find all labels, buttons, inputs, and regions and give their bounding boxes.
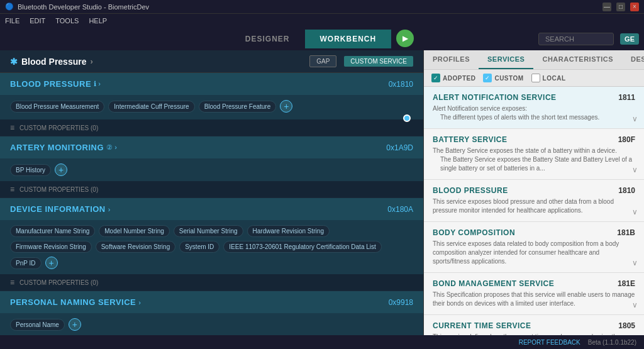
service-header-artery[interactable]: ARTERY MONITORING ② › 0x1A9D — [0, 136, 423, 158]
list-item-bond-management[interactable]: BOND MANAGEMENT SERVICE 181E This Specif… — [424, 273, 644, 315]
service-title-bp: BLOOD PRESSURE — [10, 79, 91, 89]
tag-software-rev[interactable]: Software Revision String — [96, 241, 176, 253]
service-tags-artery: BP History + — [0, 158, 423, 181]
service-hex-personal: 0x9918 — [389, 298, 413, 307]
tag-bp-measurement[interactable]: Blood Pressure Measurement — [10, 101, 104, 113]
right-panel: PROFILES SERVICES CHARACTERISTICS DESCRI… — [424, 50, 644, 335]
filter-local[interactable]: LOCAL — [531, 74, 566, 82]
service-icon-personal: › — [138, 299, 141, 306]
tag-system-id[interactable]: System ID — [179, 241, 219, 253]
svc-header-currenttime: CURRENT TIME SERVICE 1805 — [433, 321, 635, 330]
list-item-current-time[interactable]: CURRENT TIME SERVICE 1805 This service d… — [424, 315, 644, 335]
filter-label-adopted: ADOPTED — [443, 75, 475, 82]
tab-workbench[interactable]: WORKBENCH — [305, 30, 392, 48]
chevron-down-icon: ∨ — [632, 114, 638, 123]
slider-bar-bp — [0, 118, 423, 119]
report-feedback-link[interactable]: REPORT FEEDBACK — [519, 339, 580, 346]
filter-adopted[interactable]: ✓ ADOPTED — [431, 74, 475, 82]
service-tags-personal: Personal Name + — [0, 313, 423, 335]
main-layout: ✱ Blood Pressure › GAP CUSTOM SERVICE BL… — [0, 50, 644, 335]
menu-tools[interactable]: TOOLS — [55, 17, 79, 25]
service-list: ALERT NOTIFICATION SERVICE 1811 Alert No… — [424, 87, 644, 335]
tag-personal-name[interactable]: Personal Name — [10, 319, 65, 331]
slider-thumb-bp[interactable] — [403, 114, 411, 122]
svc-name-bond: BOND MANAGEMENT SERVICE — [433, 279, 554, 288]
add-tag-artery[interactable]: + — [55, 163, 67, 176]
service-header-devinfo[interactable]: DEVICE INFORMATION › 0x180A — [0, 198, 423, 220]
svc-number-bp: 1810 — [618, 186, 635, 195]
svc-desc-bp: This service exposes blood pressure and … — [433, 197, 635, 215]
svc-number-currenttime: 1805 — [618, 321, 635, 330]
tag-firmware-rev[interactable]: Firmware Revision String — [10, 241, 92, 253]
menu-help[interactable]: HELP — [89, 17, 107, 25]
svc-desc-currenttime: This service defines how the current tim… — [433, 333, 635, 335]
service-title-personal: PERSONAL NAMING SERVICE — [10, 297, 136, 307]
filter-check-adopted: ✓ — [431, 74, 440, 82]
service-hex-devinfo: 0x180A — [387, 205, 413, 214]
right-tabs: PROFILES SERVICES CHARACTERISTICS DESCRI… — [424, 50, 644, 70]
search-input[interactable]: SEARCH — [538, 33, 614, 45]
nav-tabs: DESIGNER WORKBENCH ▶ — [230, 30, 414, 48]
minimize-btn[interactable]: — — [602, 3, 611, 11]
menu-file[interactable]: FILE — [5, 17, 19, 25]
list-item-battery[interactable]: BATTERY SERVICE 180F The Battery Service… — [424, 129, 644, 180]
app-title: Bluetooth Developer Studio - BiometricDe… — [18, 3, 149, 11]
filter-custom[interactable]: ✓ CUSTOM — [483, 74, 523, 82]
service-hex-bp: 0x1810 — [389, 80, 413, 89]
custom-service-button[interactable]: CUSTOM SERVICE — [344, 56, 413, 67]
svc-name-alert: ALERT NOTIFICATION SERVICE — [433, 93, 557, 102]
gap-button[interactable]: GAP — [309, 55, 336, 67]
service-props-devinfo: ≡ CUSTOM PROPERTIES (0) — [0, 274, 423, 291]
props-icon-artery: ≡ — [10, 185, 14, 194]
close-btn[interactable]: × — [630, 3, 639, 11]
search-label: SEARCH — [545, 35, 574, 43]
tag-pnp-id[interactable]: PnP ID — [10, 257, 42, 269]
list-item-alert[interactable]: ALERT NOTIFICATION SERVICE 1811 Alert No… — [424, 87, 644, 129]
tab-services[interactable]: SERVICES — [479, 50, 533, 69]
add-tag-bp[interactable]: + — [280, 100, 292, 113]
menu-bar: FILE EDIT TOOLS HELP — [0, 14, 644, 28]
menu-edit[interactable]: EDIT — [30, 17, 45, 25]
service-header-bp[interactable]: BLOOD PRESSURE ℹ › 0x1810 — [0, 73, 423, 95]
svc-name-battery: BATTERY SERVICE — [433, 135, 507, 144]
service-device-info: DEVICE INFORMATION › 0x180A Manufacturer… — [0, 198, 423, 291]
tab-characteristics[interactable]: CHARACTERISTICS — [533, 50, 622, 69]
svc-desc-bond: This Specification proposes that this se… — [433, 291, 635, 308]
window-controls[interactable]: — □ × — [602, 3, 639, 11]
tag-artery-bp-history[interactable]: BP History — [10, 164, 51, 176]
tag-model-number[interactable]: Model Number String — [99, 225, 169, 237]
svc-desc-alert: Alert Notification service exposes: The … — [433, 104, 635, 122]
maximize-btn[interactable]: □ — [616, 3, 625, 11]
filter-bar: ✓ ADOPTED ✓ CUSTOM LOCAL — [424, 70, 644, 87]
list-item-bloodpressure[interactable]: BLOOD PRESSURE 1810 This service exposes… — [424, 180, 644, 222]
svc-number-alert: 1811 — [618, 93, 635, 102]
service-artery: ARTERY MONITORING ② › 0x1A9D BP History … — [0, 136, 423, 198]
service-title-artery: ARTERY MONITORING — [10, 143, 104, 152]
service-personal-naming: PERSONAL NAMING SERVICE › 0x9918 Persona… — [0, 291, 423, 335]
add-tag-devinfo[interactable]: + — [45, 257, 58, 269]
tag-hardware-rev[interactable]: Hardware Revision String — [247, 225, 330, 237]
chevron-down-icon-battery: ∨ — [632, 165, 638, 174]
service-props-bp: ≡ CUSTOM PROPERTIES (0) — [0, 119, 423, 136]
tab-profiles[interactable]: PROFILES — [424, 50, 479, 69]
svc-header-bodycomp: BODY COMPOSITION 181B — [433, 228, 635, 237]
tag-bp-feature[interactable]: Blood Pressure Feature — [199, 101, 277, 113]
run-button[interactable]: ▶ — [396, 30, 414, 47]
list-item-body-composition[interactable]: BODY COMPOSITION 181B This service expos… — [424, 222, 644, 273]
service-tags-bp: Blood Pressure Measurement Intermediate … — [0, 95, 423, 118]
tag-manufacturer[interactable]: Manufacturer Name String — [10, 225, 95, 237]
tag-bp-intermediate[interactable]: Intermediate Cuff Pressure — [108, 101, 194, 113]
tab-designer[interactable]: DESIGNER — [230, 30, 305, 48]
props-text-artery: CUSTOM PROPERTIES (0) — [19, 186, 98, 193]
service-props-artery: ≡ CUSTOM PROPERTIES (0) — [0, 181, 423, 197]
tag-serial-number[interactable]: Serial Number String — [174, 225, 243, 237]
add-tag-personal[interactable]: + — [69, 318, 81, 331]
top-nav: DESIGNER WORKBENCH ▶ SEARCH GE — [0, 28, 644, 50]
tag-ieee[interactable]: IEEE 11073-20601 Regulatory Certificatio… — [223, 241, 381, 253]
svc-number-bodycomp: 181B — [617, 228, 635, 237]
tab-descriptors[interactable]: DESCRIPTORS — [622, 50, 644, 69]
filter-label-custom: CUSTOM — [494, 75, 523, 82]
bt-icon: ✱ — [10, 57, 18, 67]
service-header-personal[interactable]: PERSONAL NAMING SERVICE › 0x9918 — [0, 291, 423, 313]
breadcrumb: ✱ Blood Pressure › GAP CUSTOM SERVICE — [0, 50, 423, 73]
